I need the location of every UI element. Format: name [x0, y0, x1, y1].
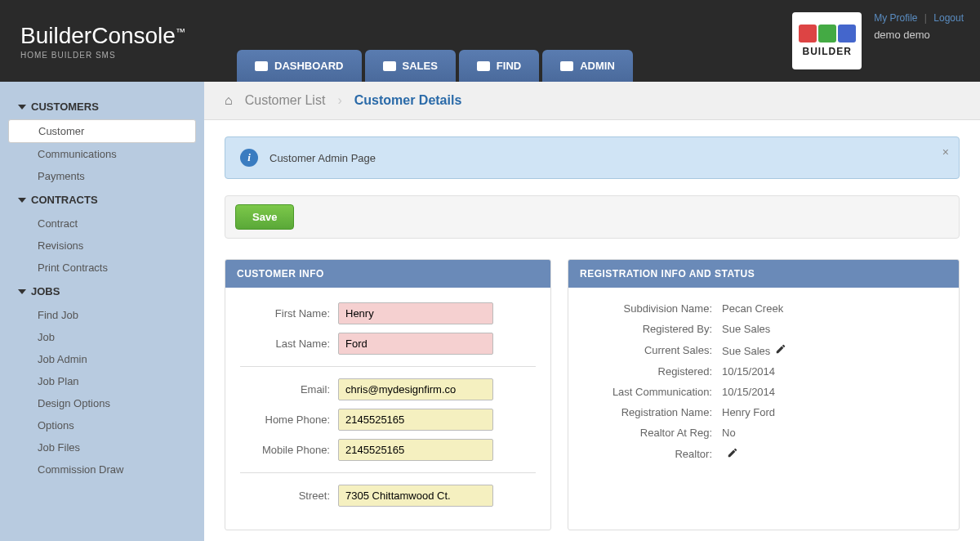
divider	[240, 366, 536, 367]
street-input[interactable]	[338, 485, 493, 507]
sidebar-group-label: CONTRACTS	[31, 194, 98, 206]
panel-body: Subdivision Name: Pecan Creek Registered…	[568, 288, 959, 484]
sidebar-group-label: JOBS	[31, 285, 60, 297]
caret-down-icon	[18, 289, 26, 294]
divider	[240, 472, 536, 473]
logo-subtitle: HOME BUILDER SMS	[20, 51, 185, 60]
save-button[interactable]: Save	[235, 204, 294, 230]
home-icon[interactable]: ⌂	[225, 93, 233, 108]
nav-tab-find[interactable]: FIND	[459, 50, 539, 82]
breadcrumb: ⌂ Customer List › Customer Details	[204, 82, 980, 120]
sidebar-item-revisions[interactable]: Revisions	[8, 235, 196, 257]
my-profile-link[interactable]: My Profile	[874, 12, 917, 24]
email-label: Email:	[240, 383, 338, 396]
speech-icon	[477, 61, 490, 71]
sidebar-group-jobs[interactable]: JOBS	[8, 279, 196, 304]
content-row: CUSTOMERS Customer Communications Paymen…	[0, 82, 980, 541]
user-links: My Profile | Logout	[874, 12, 964, 24]
sidebar-item-job-plan[interactable]: Job Plan	[8, 370, 196, 392]
last-communication-label: Last Communication:	[583, 386, 722, 398]
sidebar-item-find-job[interactable]: Find Job	[8, 304, 196, 326]
panels: CUSTOMER INFO First Name: Last Name: Em	[225, 259, 960, 530]
current-sales-value: Sue Sales	[722, 345, 770, 357]
user-area: My Profile | Logout demo demo	[874, 12, 964, 41]
header: BuilderConsole™ HOME BUILDER SMS DASHBOA…	[0, 0, 980, 82]
sidebar-item-options[interactable]: Options	[8, 414, 196, 436]
current-sales-label: Current Sales:	[583, 344, 722, 356]
builder-logo-text: BUILDER	[802, 46, 851, 57]
email-input[interactable]	[338, 378, 493, 400]
header-right: BUILDER My Profile | Logout demo demo	[792, 12, 964, 69]
form-row-first-name: First Name:	[240, 302, 536, 324]
sidebar-item-print-contracts[interactable]: Print Contracts	[8, 257, 196, 279]
sidebar-group-customers[interactable]: CUSTOMERS	[8, 94, 196, 119]
registered-by-value: Sue Sales	[722, 323, 770, 335]
main-inner: i Customer Admin Page × Save CUSTOMER IN…	[204, 120, 980, 541]
panel-header: CUSTOMER INFO	[225, 260, 550, 288]
puzzle-icon	[799, 25, 817, 42]
speech-icon	[560, 61, 573, 71]
info-row-registered-by: Registered By: Sue Sales	[583, 323, 944, 335]
mobile-phone-input[interactable]	[338, 439, 493, 461]
breadcrumb-customer-list[interactable]: Customer List	[245, 93, 326, 108]
caret-down-icon	[18, 105, 26, 110]
subdivision-value: Pecan Creek	[722, 302, 783, 315]
nav-tab-sales[interactable]: SALES	[365, 50, 456, 82]
pencil-icon[interactable]	[727, 447, 738, 458]
last-name-label: Last Name:	[240, 338, 338, 350]
info-banner: i Customer Admin Page ×	[225, 136, 960, 179]
mobile-phone-label: Mobile Phone:	[240, 444, 338, 456]
form-row-last-name: Last Name:	[240, 333, 536, 355]
realtor-at-reg-label: Realtor At Reg:	[583, 427, 722, 439]
registration-panel: REGISTRATION INFO AND STATUS Subdivision…	[568, 259, 960, 530]
form-row-street: Street:	[240, 485, 536, 507]
logout-link[interactable]: Logout	[933, 12, 964, 24]
sidebar-item-commission-draw[interactable]: Commission Draw	[8, 458, 196, 481]
first-name-input[interactable]	[338, 302, 493, 324]
main-nav: DASHBOARD SALES FIND ADMIN	[237, 50, 636, 82]
form-row-email: Email:	[240, 378, 536, 400]
info-row-registration-name: Registration Name: Henry Ford	[583, 406, 944, 418]
close-icon[interactable]: ×	[942, 145, 949, 159]
user-name: demo demo	[874, 29, 964, 41]
sidebar-item-payments[interactable]: Payments	[8, 165, 196, 187]
customer-info-panel: CUSTOMER INFO First Name: Last Name: Em	[225, 259, 551, 530]
nav-label: DASHBOARD	[274, 60, 344, 72]
sidebar-item-customer[interactable]: Customer	[8, 119, 196, 143]
speech-icon	[383, 61, 396, 71]
banner-text: Customer Admin Page	[270, 152, 376, 164]
sidebar-item-contract[interactable]: Contract	[8, 212, 196, 235]
panel-body: First Name: Last Name: Email:	[225, 288, 550, 530]
last-communication-value: 10/15/2014	[722, 386, 775, 398]
logo-text: BuilderConsole	[20, 23, 176, 48]
home-phone-label: Home Phone:	[240, 414, 338, 426]
breadcrumb-customer-details[interactable]: Customer Details	[354, 93, 462, 108]
nav-tab-dashboard[interactable]: DASHBOARD	[237, 50, 362, 82]
first-name-label: First Name:	[240, 307, 338, 320]
info-row-realtor-at-reg: Realtor At Reg: No	[583, 427, 944, 439]
sidebar-item-communications[interactable]: Communications	[8, 143, 196, 165]
street-label: Street:	[240, 490, 338, 502]
sidebar-group-contracts[interactable]: CONTRACTS	[8, 187, 196, 212]
panel-header: REGISTRATION INFO AND STATUS	[568, 260, 959, 288]
app-logo: BuilderConsole™ HOME BUILDER SMS	[0, 7, 206, 76]
logo-trademark: ™	[176, 25, 185, 37]
puzzle-icon	[838, 25, 856, 42]
sidebar-group-label: CUSTOMERS	[31, 101, 99, 113]
speech-icon	[255, 61, 268, 71]
builder-logo: BUILDER	[792, 12, 862, 69]
nav-label: SALES	[403, 60, 438, 72]
last-name-input[interactable]	[338, 333, 493, 355]
form-row-mobile-phone: Mobile Phone:	[240, 439, 536, 461]
info-row-subdivision: Subdivision Name: Pecan Creek	[583, 302, 944, 315]
sidebar-item-job-files[interactable]: Job Files	[8, 436, 196, 458]
sidebar-item-job-admin[interactable]: Job Admin	[8, 348, 196, 370]
nav-label: FIND	[497, 60, 521, 72]
sidebar: CUSTOMERS Customer Communications Paymen…	[0, 82, 204, 541]
sidebar-item-design-options[interactable]: Design Options	[8, 392, 196, 414]
sidebar-item-job[interactable]: Job	[8, 326, 196, 348]
home-phone-input[interactable]	[338, 409, 493, 431]
pencil-icon[interactable]	[775, 343, 786, 355]
registration-name-value: Henry Ford	[722, 406, 775, 418]
nav-tab-admin[interactable]: ADMIN	[542, 50, 633, 82]
